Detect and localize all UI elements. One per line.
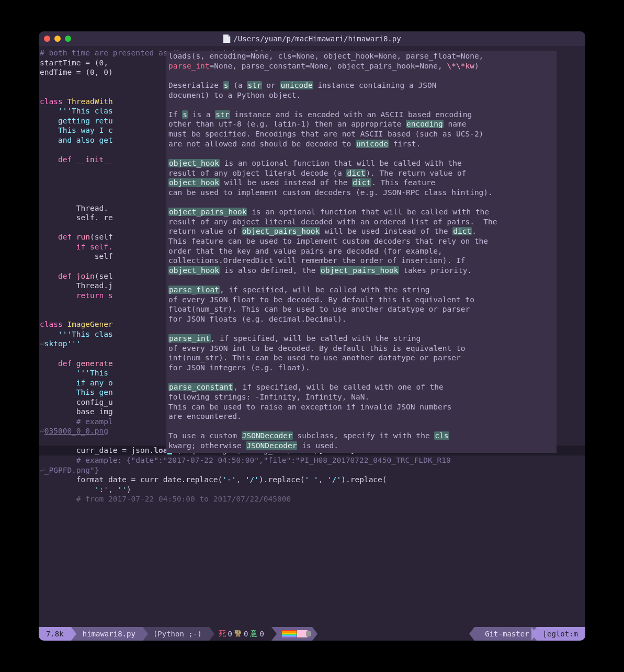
popup-content: loads(s, encoding=None, cls=None, object…: [168, 51, 554, 451]
eldoc-popup: loads(s, encoding=None, cls=None, object…: [166, 51, 557, 453]
buffer-size: 7.8k: [39, 627, 71, 641]
window-title: /Users/yuan/p/macHimawari/himawari8.py: [223, 35, 401, 43]
minimize-button[interactable]: [54, 36, 61, 42]
rainbow-icon: [282, 630, 298, 637]
mode-line[interactable]: 7.8k himawari8.py (Python ;-) 死0 警0 意0 G…: [39, 627, 585, 641]
nyan-cat-icon: [297, 630, 308, 638]
editor-area[interactable]: # both time are presented as (hour, minu…: [39, 46, 585, 627]
file-icon: [223, 35, 230, 43]
modeline-spacer: [312, 627, 474, 641]
major-mode[interactable]: (Python ;-): [143, 627, 209, 641]
buffer-name[interactable]: himawari8.py: [71, 627, 143, 641]
zoom-button[interactable]: [65, 36, 71, 42]
nyan-cat: [271, 627, 312, 641]
eglot-status[interactable]: [eglot:m: [537, 627, 585, 641]
vc-status[interactable]: Git-master: [474, 627, 536, 641]
flycheck-status[interactable]: 死0 警0 意0: [209, 627, 271, 641]
title-path: /Users/yuan/p/macHimawari/himawari8.py: [233, 35, 401, 43]
traffic-lights: [44, 36, 71, 42]
close-button[interactable]: [44, 36, 50, 42]
emacs-window: /Users/yuan/p/macHimawari/himawari8.py #…: [39, 31, 585, 641]
title-bar[interactable]: /Users/yuan/p/macHimawari/himawari8.py: [39, 31, 585, 46]
